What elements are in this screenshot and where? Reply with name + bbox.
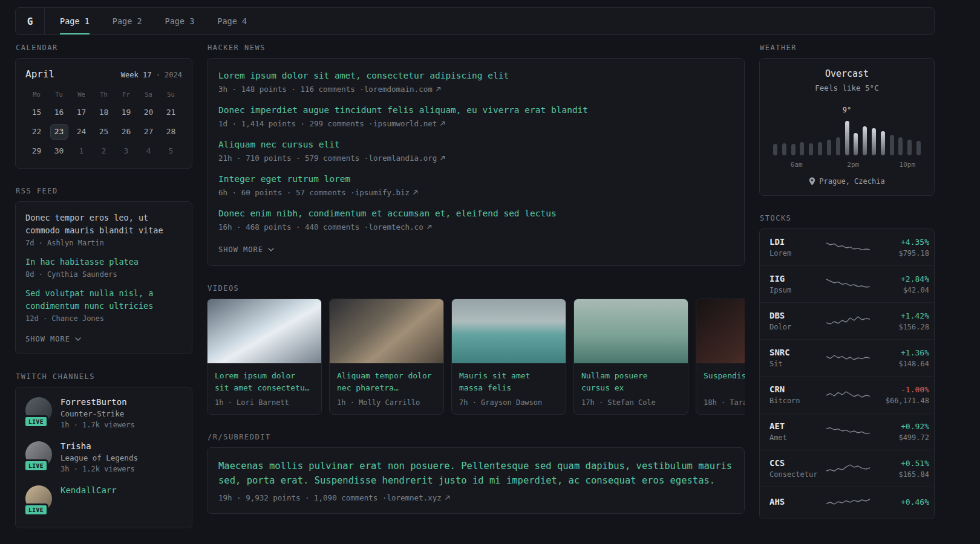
video-body: Mauris sit amet massa felis 7h · Grayson…: [452, 363, 566, 414]
hn-item-link[interactable]: Lorem ipsum dolor sit amet, consectetur …: [218, 71, 509, 80]
channel-category: Counter-Strike: [60, 409, 135, 418]
stock-change: +2.84%: [870, 274, 929, 283]
stock-id: DBS Dolor: [769, 311, 826, 331]
hn-item-meta: 21h · 710 points · 579 comments · loreml…: [218, 154, 733, 163]
video-thumbnail: [696, 299, 745, 363]
stock-row[interactable]: LDI Lorem +4.35% $795.18: [760, 229, 934, 265]
stock-price: $499.72: [870, 433, 929, 442]
live-badge: LIVE: [24, 459, 48, 472]
hn-item-link[interactable]: Aliquam nec cursus elit: [218, 140, 340, 149]
twitch-channel-row[interactable]: LIVE KendallCarr: [25, 485, 182, 512]
weather-bar: [809, 143, 813, 155]
calendar-day: 4: [137, 142, 160, 160]
calendar-card: April Week 17 · 2024 MoTuWeThFrSaSu15161…: [15, 58, 192, 169]
calendar-weekday: Sa: [137, 87, 160, 102]
calendar-weekday: Fr: [115, 87, 137, 102]
video-title: Nullam posuere cursus ex: [581, 370, 681, 393]
twitch-channel-row[interactable]: LIVE ForrestBurton Counter-Strike 1h · 1…: [25, 397, 182, 429]
calendar-widget: CALENDAR April Week 17 · 2024 MoTuWeThFr…: [15, 44, 192, 169]
stock-values: +0.46%: [870, 497, 929, 509]
hn-item-stats: 3h · 148 points · 116 comments ·: [218, 85, 364, 94]
hn-item-domain[interactable]: loremtech.co: [368, 222, 423, 232]
hn-item-domain[interactable]: ipsumworld.net: [373, 119, 437, 128]
external-link-icon: [445, 495, 450, 500]
rss-show-more-button[interactable]: SHOW MORE: [25, 335, 81, 343]
calendar-day: 29: [25, 142, 48, 160]
weather-bar: [827, 140, 831, 155]
hackernews-card: Lorem ipsum dolor sit amet, consectetur …: [207, 58, 745, 266]
channel-name: Trisha: [60, 441, 138, 451]
external-link-icon: [413, 190, 418, 195]
hn-item: Lorem ipsum dolor sit amet, consectetur …: [218, 70, 733, 94]
stock-row[interactable]: CCS Consectetur +0.51% $165.84: [760, 450, 934, 487]
hn-item-domain[interactable]: ipsumify.biz: [355, 188, 410, 197]
weather-bar: [773, 144, 777, 155]
hn-item-domain[interactable]: loremdomain.com: [364, 85, 433, 94]
rss-item-link[interactable]: In hac habitasse platea: [25, 256, 182, 268]
video-card[interactable]: Suspendisse diam 18h · Tara: [696, 299, 745, 415]
hn-item-link[interactable]: Integer eget rutrum lorem: [218, 174, 350, 184]
stock-values: -1.00% $66,171.48: [870, 385, 929, 405]
tab-page-2[interactable]: Page 2: [101, 8, 154, 34]
stock-sparkline: [826, 276, 870, 292]
calendar-year: 2024: [165, 71, 182, 79]
chevron-down-icon: [268, 248, 274, 251]
hn-item-meta: 16h · 468 points · 440 comments · loremt…: [218, 222, 733, 232]
hn-item: Integer eget rutrum lorem 6h · 60 points…: [218, 173, 733, 197]
video-card[interactable]: Mauris sit amet massa felis 7h · Grayson…: [451, 299, 566, 415]
rss-item-link[interactable]: Sed volutpat nulla nisl, a condimentum n…: [25, 287, 182, 312]
tab-page-3[interactable]: Page 3: [154, 8, 206, 34]
hn-item-link[interactable]: Donec imperdiet augue tincidunt felis al…: [218, 105, 588, 115]
calendar-weekday: We: [70, 87, 93, 102]
stock-row[interactable]: AHS +0.46%: [760, 487, 934, 519]
tab-label: Page 3: [165, 8, 195, 34]
weather-bar: [872, 128, 876, 155]
hn-item-stats: 16h · 468 points · 440 comments ·: [218, 222, 368, 232]
video-meta: 1h · Molly Carrillo: [337, 398, 436, 407]
stock-values: +1.42% $156.28: [870, 311, 929, 331]
video-card[interactable]: Nullam posuere cursus ex 17h · Stefan Co…: [573, 299, 688, 415]
video-card[interactable]: Lorem ipsum dolor sit amet consectetu… 1…: [207, 299, 322, 415]
subreddit-post-domain[interactable]: loremnet.xyz: [387, 493, 441, 502]
stock-row[interactable]: AET Amet +0.92% $499.72: [760, 413, 934, 450]
live-badge: LIVE: [24, 504, 48, 516]
stock-row[interactable]: IIG Ipsum +2.84% $42.04: [760, 265, 934, 302]
hn-item-domain[interactable]: loremlandia.org: [368, 154, 437, 163]
hn-show-more-button[interactable]: SHOW MORE: [218, 245, 274, 254]
weather-widget: WEATHER Overcast Feels like 5°C 9° 6am2p…: [759, 44, 935, 196]
rss-item-meta: 12d · Chance Jones: [25, 314, 182, 323]
stock-row[interactable]: SNRC Sit +1.36% $148.64: [760, 339, 934, 376]
subreddit-section-label: /R/SUBREDDIT: [207, 433, 745, 441]
tab-page-4[interactable]: Page 4: [206, 8, 258, 34]
stock-price: $156.28: [870, 323, 929, 331]
hn-item-link[interactable]: Donec enim nibh, condimentum et accumsan…: [218, 209, 557, 218]
calendar-separator: ·: [156, 71, 160, 79]
calendar-day: 30: [48, 142, 70, 160]
stock-price: $66,171.48: [870, 397, 929, 405]
video-body: Nullam posuere cursus ex 17h · Stefan Co…: [574, 363, 688, 414]
tab-page-1[interactable]: Page 1: [48, 8, 101, 34]
stock-change: +0.46%: [870, 497, 929, 507]
columns: CALENDAR April Week 17 · 2024 MoTuWeThFr…: [15, 44, 935, 544]
weather-bar: [881, 131, 885, 155]
video-thumbnail: [452, 299, 566, 363]
calendar-day: 27: [137, 123, 160, 140]
stock-change: -1.00%: [870, 385, 929, 394]
video-title: Aliquam tempor dolor nec pharetra…: [337, 370, 436, 393]
subreddit-post-link[interactable]: Maecenas mollis pulvinar erat non posuer…: [218, 461, 732, 486]
weather-bar: [845, 121, 849, 155]
rss-item: In hac habitasse platea 8d · Cynthia Sau…: [25, 256, 182, 279]
calendar-weekday: Tu: [48, 87, 70, 102]
twitch-channel-row[interactable]: LIVE Trisha League of Legends 3h · 1.2k …: [25, 441, 182, 473]
stocks-widget: STOCKS LDI Lorem +4.35% $795.18: [759, 214, 935, 519]
hn-item: Donec imperdiet augue tincidunt felis al…: [218, 104, 733, 128]
stock-row[interactable]: CRN Bitcorn -1.00% $66,171.48: [760, 376, 934, 413]
rss-item-link[interactable]: Donec tempor eros leo, ut commodo mauris…: [25, 212, 182, 237]
calendar-day: 24: [70, 123, 93, 140]
stock-row[interactable]: DBS Dolor +1.42% $156.28: [760, 302, 934, 339]
stock-name: Ipsum: [769, 286, 826, 294]
video-meta: 18h · Tara: [704, 398, 745, 407]
video-card[interactable]: Aliquam tempor dolor nec pharetra… 1h · …: [329, 299, 444, 415]
stock-name: Consectetur: [769, 470, 826, 479]
channel-category: League of Legends: [60, 453, 138, 462]
